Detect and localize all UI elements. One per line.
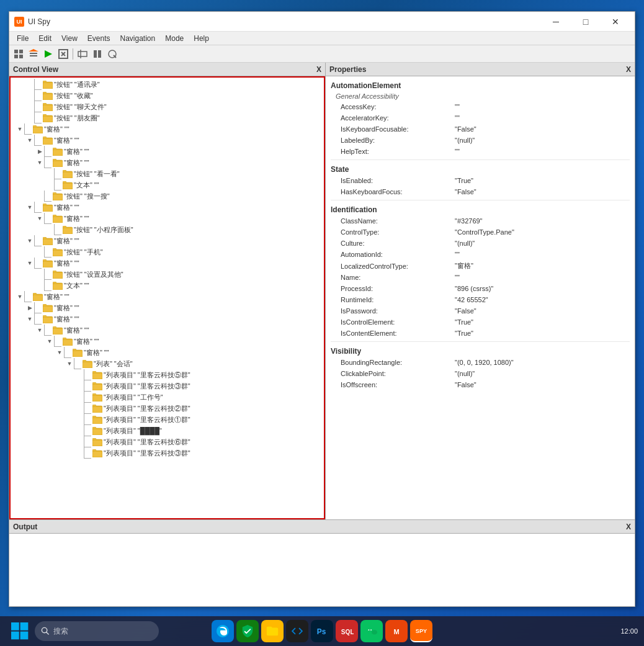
prop-name: IsContentElement:	[326, 329, 450, 338]
toolbar	[9, 45, 635, 63]
close-button[interactable]: ✕	[601, 12, 630, 32]
prop-value: ""	[450, 114, 635, 122]
folder-icon	[92, 449, 102, 457]
tree-node[interactable]: "文本" ""	[11, 280, 324, 291]
folder-icon	[33, 292, 43, 301]
search-text: 搜索	[53, 626, 68, 637]
taskbar-app-unknown[interactable]: M	[385, 620, 408, 642]
taskbar-app-ps[interactable]: Ps	[311, 620, 333, 642]
menu-help[interactable]: Help	[189, 33, 214, 44]
tree-node[interactable]: "列表项目" "里客云科技②群"	[11, 403, 324, 414]
minimize-button[interactable]: ─	[542, 12, 570, 32]
toolbar-btn-5[interactable]	[76, 47, 89, 61]
tree-node[interactable]: "列表项目" "里客云科技③群"	[11, 447, 324, 459]
tree-node[interactable]: ▶"窗格" ""	[11, 146, 324, 157]
output-close[interactable]: X	[626, 523, 631, 531]
prop-row: IsOffscreen:"False"	[326, 379, 635, 390]
tree-node[interactable]: "列表项目" "████"	[11, 425, 324, 436]
tree-node[interactable]: "按钮" "设置及其他"	[11, 269, 324, 280]
prop-name: ClickablePoint:	[326, 369, 450, 378]
svg-rect-24	[53, 161, 63, 167]
menu-mode[interactable]: Mode	[160, 33, 189, 44]
folder-icon	[53, 248, 63, 256]
menu-bar: File Edit View Events Navigation Mode He…	[9, 32, 635, 45]
tree-view[interactable]: "按钮" "通讯录""按钮" "收藏""按钮" "聊天文件""按钮" "朋友圈"…	[9, 76, 325, 519]
svg-rect-31	[43, 239, 53, 245]
tree-node[interactable]: "文本" ""	[11, 179, 324, 191]
tree-node[interactable]: "按钮" "聊天文件"	[11, 101, 324, 112]
tree-label: "按钮" "收藏"	[54, 91, 93, 101]
toolbar-btn-2[interactable]	[27, 47, 40, 61]
taskbar-app-folder[interactable]	[261, 620, 284, 642]
tree-node[interactable]: "按钮" "朋友圈"	[11, 112, 324, 123]
prop-name: IsKeyboardFocusable:	[326, 125, 450, 133]
toolbar-btn-3[interactable]	[42, 47, 55, 61]
tree-label: "文本" ""	[64, 281, 89, 290]
menu-events[interactable]: Events	[83, 33, 115, 44]
menu-file[interactable]: File	[12, 33, 34, 44]
tree-label: "窗格" ""	[54, 303, 79, 313]
menu-navigation[interactable]: Navigation	[115, 33, 161, 44]
tree-node[interactable]: ▼"窗格" ""	[11, 135, 324, 146]
properties-close[interactable]: X	[626, 65, 631, 74]
tree-node[interactable]: ▼"窗格" ""	[11, 258, 324, 269]
tree-label: "按钮" "手机"	[64, 248, 103, 257]
tree-node[interactable]: "列表项目" "里客云科技①群"	[11, 414, 324, 425]
svg-rect-43	[92, 373, 102, 379]
prop-row: LocalizedControlType:"窗格"	[326, 260, 635, 272]
tree-node[interactable]: "按钮" "看一看"	[11, 168, 324, 179]
tree-node[interactable]: ▼"列表" "会话"	[11, 358, 324, 369]
tree-node[interactable]: "列表项目" "里客云科技⑥群"	[11, 436, 324, 447]
tree-node[interactable]: ▼"窗格" ""	[11, 213, 324, 224]
tree-node[interactable]: "列表项目" "里客云科技⑤群"	[11, 369, 324, 380]
tree-node[interactable]: "按钮" "小程序面板"	[11, 224, 324, 235]
tree-node[interactable]: "列表项目" "工作号"	[11, 392, 324, 403]
start-button[interactable]	[6, 617, 34, 645]
taskbar-app-shield[interactable]	[236, 620, 259, 642]
tree-node[interactable]: "列表项目" "里客云科技③群"	[11, 380, 324, 392]
folder-icon	[53, 214, 63, 223]
toolbar-btn-6[interactable]	[91, 47, 104, 61]
tree-node[interactable]: ▶"窗格" ""	[11, 302, 324, 313]
taskbar-app-code[interactable]	[286, 620, 308, 642]
maximize-button[interactable]: □	[571, 12, 600, 32]
folder-icon	[92, 370, 102, 379]
tree-node[interactable]: ▼"窗格" ""	[11, 313, 324, 325]
control-view-close[interactable]: X	[316, 65, 321, 74]
toolbar-btn-1[interactable]	[12, 47, 25, 61]
prop-name: LabeledBy:	[326, 136, 450, 145]
prop-row: HelpText:""	[326, 146, 635, 157]
search-bar[interactable]: 搜索	[35, 621, 159, 641]
properties-content: AutomationElement General Accessibility …	[326, 76, 635, 519]
tree-node[interactable]: "按钮" "通讯录"	[11, 79, 324, 90]
tree-node[interactable]: ▼"窗格" ""	[11, 123, 324, 135]
tree-label: "列表项目" "里客云科技②群"	[104, 404, 190, 413]
prop-name: IsOffscreen:	[326, 380, 450, 389]
taskbar-app-edge[interactable]	[212, 620, 234, 642]
toolbar-btn-4[interactable]	[56, 47, 70, 61]
folder-icon	[92, 415, 102, 424]
folder-icon	[43, 91, 53, 100]
tree-node[interactable]: "按钮" "手机"	[11, 246, 324, 258]
taskbar-start-area: 搜索	[6, 617, 159, 645]
tree-node[interactable]: ▼"窗格" ""	[11, 291, 324, 302]
tree-node[interactable]: "按钮" "搜一搜"	[11, 191, 324, 202]
tree-node[interactable]: ▼"窗格" ""	[11, 325, 324, 336]
folder-icon	[43, 236, 53, 245]
tree-label: "窗格" ""	[74, 337, 99, 346]
toolbar-btn-7[interactable]	[105, 47, 119, 61]
taskbar-app-spy[interactable]: SPY	[410, 620, 432, 642]
menu-view[interactable]: View	[56, 33, 83, 44]
taskbar-app-wechat[interactable]	[360, 620, 383, 642]
tree-node[interactable]: ▼"窗格" ""	[11, 202, 324, 213]
svg-rect-11	[78, 52, 87, 56]
output-title: Output	[13, 523, 37, 531]
prop-name: RuntimeId:	[326, 295, 450, 304]
taskbar-app-sql[interactable]: SQL	[336, 620, 358, 642]
tree-node[interactable]: ▼"窗格" ""	[11, 336, 324, 347]
tree-node[interactable]: ▼"窗格" ""	[11, 157, 324, 168]
tree-node[interactable]: ▼"窗格" ""	[11, 235, 324, 246]
tree-node[interactable]: ▼"窗格" ""	[11, 347, 324, 358]
tree-node[interactable]: "按钮" "收藏"	[11, 90, 324, 101]
menu-edit[interactable]: Edit	[34, 33, 56, 44]
